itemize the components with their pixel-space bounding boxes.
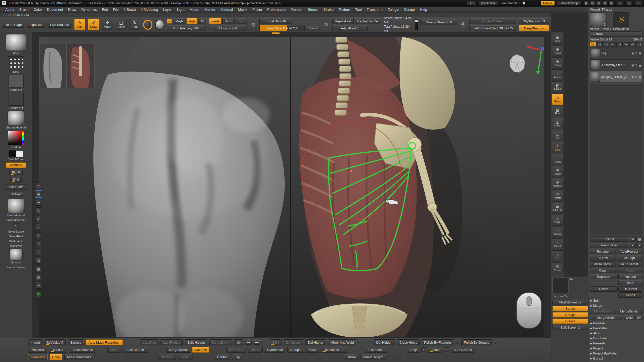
sidebar-item[interactable]: SwitchColor <box>8 150 24 161</box>
menu-item[interactable]: Layer <box>161 7 174 12</box>
remesh-section-header[interactable]: Remesh <box>590 341 642 345</box>
sidebar-item[interactable]: Alternate <box>6 162 26 168</box>
menu-item[interactable]: Light <box>175 7 187 12</box>
bottom-shelf-button[interactable]: ◀◀ <box>245 340 252 345</box>
sidebar-item[interactable]: Gradient <box>8 131 24 149</box>
scale-button[interactable]: ◰ Scale <box>116 19 127 30</box>
sidebar-item[interactable]: MaskPen <box>10 244 22 247</box>
m-button[interactable]: M <box>198 18 206 24</box>
bottom-shelf-button[interactable]: BackfaceMask <box>69 347 95 353</box>
rgb-button[interactable]: Rgb <box>186 18 197 24</box>
bottom-shelf-button[interactable] <box>456 341 459 344</box>
draw-button[interactable]: ✐ Draw <box>88 19 99 30</box>
visibility-tab[interactable]: V3 <box>603 42 609 47</box>
shelf-scroll-handle[interactable] <box>272 32 280 34</box>
pen-icon[interactable]: ✎ <box>35 207 42 214</box>
shelf-rotate-button[interactable]: ↻ Rotate <box>552 190 564 202</box>
replay-last-button[interactable]: ReplayLast <box>332 18 354 24</box>
new-folder-button[interactable]: New Folder <box>590 243 629 248</box>
bottom-shelf-button[interactable]: MergeVisible <box>166 347 190 353</box>
bottom-shelf-button[interactable]: Colorize <box>192 347 209 353</box>
merge-down-button[interactable]: MergeDown <box>590 309 616 314</box>
dot-brush-icon[interactable]: • <box>35 232 42 239</box>
sidebar-item[interactable]: BasicMaterialB <box>6 218 26 221</box>
sculpt-canvas-svg[interactable] <box>32 32 551 338</box>
bottom-shelf-button[interactable]: Split Screen 1 <box>124 347 149 353</box>
bottom-shelf-button[interactable]: ProjectAll <box>28 347 47 353</box>
sidebar-item[interactable]: FillObject <box>7 192 25 197</box>
maximize-button[interactable]: ▢ <box>626 1 633 6</box>
del-all-button[interactable]: Del All <box>618 292 643 298</box>
ui-layout-icon[interactable]: ▥ <box>596 1 601 6</box>
deep-shadow-button[interactable]: DeepShadow <box>519 25 549 31</box>
visibility-tab[interactable]: V5 <box>616 42 623 47</box>
bottom-shelf-button[interactable]: Del Hidden <box>374 339 395 345</box>
menu-item[interactable]: Macro <box>187 7 202 12</box>
menu-item[interactable]: Tool <box>353 7 364 12</box>
bottom-shelf-button[interactable]: Del Higher <box>305 339 326 345</box>
gravity-strength-slider[interactable]: Gravity Strength 0 <box>420 19 457 25</box>
menu-item[interactable]: Preferences <box>265 7 288 12</box>
brush-icon[interactable]: ✎ <box>635 52 638 55</box>
layers-icon[interactable]: ▣ <box>639 75 641 79</box>
pointer-icon[interactable]: ➤ <box>35 199 42 206</box>
menu-item[interactable]: J-Brush <box>122 7 138 12</box>
angle-of-view-button[interactable]: Angle Of View <box>469 18 516 24</box>
sidebar-item[interactable]: Smooth <box>10 249 23 264</box>
mrgb-button[interactable]: Mrgb <box>173 18 185 24</box>
bottom-shelf-button[interactable]: ⇅ <box>444 347 449 352</box>
layers-icon[interactable]: ▣ <box>639 52 641 55</box>
weld-button[interactable]: Weld <box>624 315 634 320</box>
current-brush-button[interactable] <box>143 20 152 30</box>
reorder-icon-button[interactable]: ⇅ <box>630 236 636 242</box>
current-tool-thumbnail[interactable]: 3 <box>590 12 607 27</box>
rgb-intensity-slider[interactable]: Rgb Intensity 100 <box>167 25 205 31</box>
all-low-button[interactable]: All Low <box>590 255 616 260</box>
paste-button[interactable]: Paste <box>617 268 643 273</box>
J Anatomy Step-2[interactable]: J Anatomy Step-2 ◉ ✎ ▣ <box>590 59 642 71</box>
edit-button[interactable]: ✎ Edit <box>74 19 85 30</box>
copy-button[interactable]: Copy <box>590 268 616 273</box>
pencil-icon[interactable]: ✐ <box>35 216 42 222</box>
bottom-shelf-button[interactable] <box>494 341 497 344</box>
merge-visible-button[interactable]: MergeVisible <box>590 315 623 320</box>
obj-shadow-slider[interactable]: ObjShadow 0.3 <box>519 18 549 24</box>
move-button[interactable]: ✥ Move <box>102 19 113 30</box>
menu-item[interactable]: J-Modeling <box>139 7 160 12</box>
shelf-xpose-button[interactable]: ⇱ Xpose <box>552 262 564 274</box>
close-button[interactable]: ✕ <box>635 1 642 6</box>
draw-size-slider[interactable]: Draw Size 119.78716 <box>259 25 305 31</box>
project-basrelief-section-header[interactable]: Project BasRelief <box>590 351 642 355</box>
texture-thumbnail[interactable] <box>552 278 569 293</box>
bottom-shelf-button[interactable]: MidValue 0 <box>45 339 66 345</box>
bottom-shelf-button[interactable]: Surface <box>68 339 84 345</box>
list-icon[interactable]: ≡ <box>35 282 42 289</box>
bottom-shelf-button[interactable]: ⇅ <box>421 347 426 352</box>
eye-icon[interactable]: ◉ <box>631 52 634 55</box>
bottom-shelf-button[interactable]: ZRemesher <box>365 347 387 353</box>
merge-similar-button[interactable]: MergeSimilar <box>617 309 643 314</box>
menu-item[interactable]: Render <box>289 7 305 12</box>
bottom-shelf-button[interactable]: Dist 0.02 <box>49 347 67 353</box>
crease-toggle[interactable]: Crease <box>552 319 588 324</box>
bottom-shelf-button[interactable]: Mirror <box>345 354 358 360</box>
shelf-bpr-button[interactable]: ▣ BPR <box>552 33 564 45</box>
bottom-shelf-button[interactable] <box>358 341 361 344</box>
shelf-uv-button[interactable]: ▢ UV <box>552 130 564 141</box>
bottom-shelf-button[interactable]: Del Lower <box>284 339 304 345</box>
all-to-home-button[interactable]: All To Home <box>590 261 616 267</box>
border-toggle[interactable]: Border <box>552 306 588 311</box>
menu-item[interactable]: Stroke <box>321 7 336 12</box>
del-other-button[interactable]: Del Other <box>618 286 643 292</box>
shelf-linefill-button[interactable]: ▤ Line Fill <box>552 202 564 214</box>
zadd-button[interactable]: Zadd <box>209 18 222 24</box>
visibility-tab[interactable]: V7 <box>629 42 636 47</box>
bottom-shelf-button[interactable]: StoreMT <box>158 354 176 360</box>
bottom-shelf-button[interactable]: Morph UV <box>226 347 246 353</box>
menu-item[interactable]: Zscript <box>402 7 417 12</box>
menu-item[interactable]: Texture <box>336 7 352 12</box>
bottom-shelf-button[interactable]: Double <box>215 354 230 360</box>
live-boolean-button[interactable]: Live Boolean <box>48 22 71 28</box>
menu-item[interactable]: Draw <box>66 7 79 12</box>
visibility-tab[interactable]: V2 <box>596 42 602 47</box>
